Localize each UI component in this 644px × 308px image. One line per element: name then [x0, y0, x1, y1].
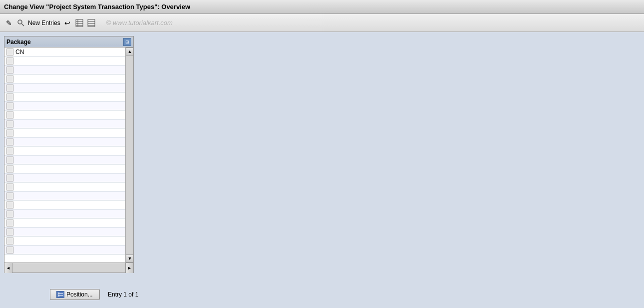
title-text: Change View "Project System Transaction …	[4, 3, 190, 10]
table-row[interactable]	[4, 210, 125, 218]
row-selector[interactable]	[6, 184, 13, 190]
row-selector[interactable]	[6, 156, 13, 164]
position-button[interactable]: Position...	[50, 289, 100, 300]
row-selector[interactable]	[6, 202, 13, 208]
column-settings-icon[interactable]: ⊞	[123, 38, 131, 46]
pencil-icon[interactable]: ✎	[4, 18, 14, 28]
row-selector[interactable]	[6, 228, 13, 236]
scroll-track[interactable]	[126, 56, 133, 254]
row-selector[interactable]	[6, 192, 13, 200]
svg-point-0	[18, 20, 22, 24]
table-row[interactable]	[4, 192, 125, 200]
table-row[interactable]	[4, 120, 125, 128]
svg-rect-11	[57, 292, 63, 297]
table-row[interactable]	[4, 164, 125, 174]
row-selector[interactable]	[6, 130, 13, 136]
package-table: Package ⊞ CN	[4, 36, 134, 273]
toolbar: ✎ New Entries ↩ © www.tutorialkart.com	[0, 14, 644, 32]
entry-info: Entry 1 of 1	[108, 291, 138, 298]
undo-icon[interactable]: ↩	[62, 18, 72, 28]
position-button-label: Position...	[66, 291, 93, 298]
row-selector[interactable]	[6, 166, 13, 172]
watermark: © www.tutorialkart.com	[106, 19, 173, 26]
row-selector[interactable]	[6, 220, 13, 226]
row-selector[interactable]	[6, 58, 13, 64]
table-row[interactable]	[4, 84, 125, 92]
table-row[interactable]	[4, 228, 125, 236]
table-row[interactable]	[4, 182, 125, 192]
table-row[interactable]	[4, 200, 125, 210]
position-button-icon	[56, 291, 64, 298]
row-selector[interactable]	[6, 246, 13, 254]
svg-line-1	[22, 24, 24, 26]
table-row[interactable]	[4, 246, 125, 254]
table-row[interactable]	[4, 110, 125, 120]
row-selector[interactable]	[6, 174, 13, 182]
list-view-icon[interactable]	[86, 18, 96, 28]
row-selector[interactable]	[6, 210, 13, 218]
row-selector[interactable]	[6, 148, 13, 154]
table-row[interactable]	[4, 56, 125, 66]
table-row[interactable]	[4, 146, 125, 156]
table-row[interactable]	[4, 174, 125, 182]
table-row[interactable]	[4, 92, 125, 102]
row-selector[interactable]	[6, 76, 13, 82]
table-row[interactable]	[4, 218, 125, 228]
scroll-down-button[interactable]: ▼	[126, 254, 133, 262]
vertical-scrollbar[interactable]: ▲ ▼	[125, 48, 133, 262]
row-selector[interactable]	[6, 94, 13, 100]
main-content: Package ⊞ CN	[0, 32, 644, 308]
package-value: CN	[15, 48, 24, 56]
bottom-bar: Position... Entry 1 of 1	[0, 289, 644, 300]
table-row[interactable]	[4, 156, 125, 164]
table-body: CN	[4, 48, 133, 262]
scroll-right-button[interactable]: ►	[125, 263, 133, 273]
horizontal-scrollbar[interactable]: ◄ ►	[4, 262, 133, 272]
row-selector[interactable]	[6, 138, 13, 146]
scroll-left-button[interactable]: ◄	[4, 263, 12, 273]
row-selector[interactable]	[6, 120, 13, 128]
table-row[interactable]	[4, 138, 125, 146]
row-selector[interactable]	[6, 66, 13, 74]
row-selector[interactable]	[6, 102, 13, 110]
table-row[interactable]	[4, 102, 125, 110]
table-rows: CN	[4, 48, 125, 262]
title-bar: Change View "Project System Transaction …	[0, 0, 644, 14]
find-icon[interactable]	[16, 18, 26, 28]
table-row[interactable]	[4, 128, 125, 138]
row-selector[interactable]	[6, 112, 13, 118]
row-selector[interactable]	[6, 84, 13, 92]
table-header: Package ⊞	[4, 36, 133, 48]
scroll-up-button[interactable]: ▲	[126, 48, 133, 56]
row-selector[interactable]	[6, 48, 13, 56]
table-view-icon[interactable]	[74, 18, 84, 28]
table-row[interactable]	[4, 236, 125, 246]
new-entries-button[interactable]: New Entries	[28, 20, 60, 26]
table-row[interactable]: CN	[4, 48, 125, 56]
row-selector[interactable]	[6, 238, 13, 244]
table-row[interactable]	[4, 74, 125, 84]
package-column-header: Package	[6, 38, 31, 46]
table-row[interactable]	[4, 66, 125, 74]
